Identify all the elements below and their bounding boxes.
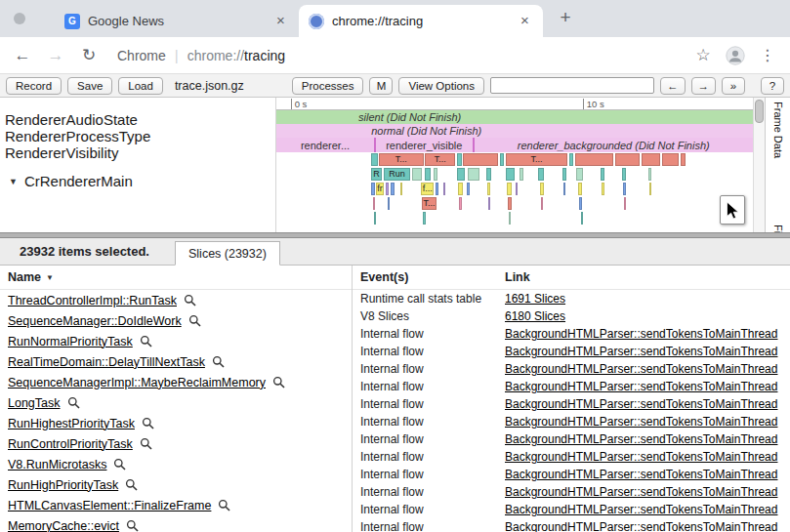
event-link[interactable]: BackgroundHTMLParser::sendTokensToMainTh… xyxy=(505,415,782,429)
trace-slice[interactable] xyxy=(540,183,543,195)
magnifier-icon[interactable] xyxy=(142,417,154,430)
slice-name-link[interactable]: RealTimeDomain::DelayTillNextTask xyxy=(8,355,205,369)
trace-slice[interactable] xyxy=(602,183,603,195)
visibility-track-bar[interactable]: renderer...renderer_visiblerenderer_back… xyxy=(276,138,753,152)
trace-slice[interactable] xyxy=(508,197,512,210)
trace-slice[interactable] xyxy=(538,168,544,181)
trace-slice[interactable] xyxy=(423,212,425,225)
event-link[interactable]: 1691 Slices xyxy=(505,292,782,306)
timeline-view[interactable]: 0 s10 s silent (Did Not Finish) normal (… xyxy=(276,98,753,232)
trace-slice[interactable] xyxy=(386,183,389,195)
trace-slice[interactable] xyxy=(541,197,543,210)
magnifier-icon[interactable] xyxy=(140,335,152,348)
bookmark-star-icon[interactable]: ☆ xyxy=(692,45,714,65)
slice-name-link[interactable]: HTMLCanvasElement::FinalizeFrame xyxy=(8,499,211,512)
slice-name-link[interactable]: V8.RunMicrotasks xyxy=(8,458,106,471)
event-link[interactable]: BackgroundHTMLParser::sendTokensToMainTh… xyxy=(505,450,782,464)
frame-data-tab[interactable]: Frame Data xyxy=(772,102,784,158)
visibility-segment[interactable]: renderer_visible xyxy=(374,138,474,152)
trace-slice[interactable] xyxy=(371,183,374,195)
timeline-search-input[interactable] xyxy=(490,77,654,94)
slice-name-link[interactable]: MemoryCache::evict xyxy=(8,519,119,532)
trace-slice[interactable] xyxy=(457,168,465,181)
trace-slice[interactable] xyxy=(388,197,390,210)
trace-slice[interactable] xyxy=(458,183,462,195)
record-button[interactable]: Record xyxy=(6,77,62,95)
event-link[interactable]: BackgroundHTMLParser::sendTokensToMainTh… xyxy=(505,345,782,358)
reload-icon[interactable]: ↻ xyxy=(78,45,100,65)
trace-slice[interactable] xyxy=(576,168,583,181)
trace-slice[interactable] xyxy=(457,153,462,166)
magnifier-icon[interactable] xyxy=(113,458,126,471)
trace-slice[interactable]: Run xyxy=(384,168,409,181)
selection-mode-button[interactable] xyxy=(720,195,745,225)
trace-slice[interactable] xyxy=(569,153,572,166)
visibility-segment[interactable]: renderer_backgrounded (Did Not Finish) xyxy=(475,138,753,152)
trace-slice[interactable] xyxy=(516,183,518,195)
track-label-renderer-visibility[interactable]: RendererVisibility xyxy=(5,144,275,161)
event-link[interactable]: BackgroundHTMLParser::sendTokensToMainTh… xyxy=(505,397,782,411)
trace-slice[interactable]: f... xyxy=(421,183,434,195)
trace-slice[interactable] xyxy=(467,183,469,195)
trace-slice[interactable] xyxy=(601,168,604,181)
view-options-button[interactable]: View Options xyxy=(398,77,484,95)
trace-slice[interactable]: fr xyxy=(376,183,385,195)
trace-slice[interactable] xyxy=(575,153,613,166)
thread-label-crrenderermain[interactable]: ▼ CrRendererMain xyxy=(5,173,275,189)
profile-avatar-icon[interactable] xyxy=(726,46,745,65)
trace-slice[interactable] xyxy=(615,153,639,166)
load-button[interactable]: Load xyxy=(118,77,163,95)
save-button[interactable]: Save xyxy=(67,77,112,95)
trace-slice[interactable] xyxy=(649,183,651,195)
scrollbar-thumb[interactable] xyxy=(755,100,764,123)
slices-tab[interactable]: Slices (23932) xyxy=(175,241,280,266)
omnibox[interactable]: Chrome | chrome://tracing xyxy=(111,47,681,63)
trace-slice[interactable] xyxy=(562,168,566,181)
event-link[interactable]: BackgroundHTMLParser::sendTokensToMainTh… xyxy=(505,520,782,532)
trace-slice[interactable] xyxy=(642,153,661,166)
event-link[interactable]: BackgroundHTMLParser::sendTokensToMainTh… xyxy=(505,432,782,446)
magnifier-icon[interactable] xyxy=(126,519,139,532)
trace-slice[interactable] xyxy=(463,153,498,166)
magnifier-icon[interactable] xyxy=(218,499,230,512)
slice-name-link[interactable]: RunHighestPriorityTask xyxy=(8,417,135,430)
trace-slice[interactable] xyxy=(578,183,582,195)
trace-slice[interactable] xyxy=(509,212,511,225)
trace-slice[interactable] xyxy=(622,168,626,181)
tab-google-news[interactable]: G Google News × xyxy=(55,5,299,37)
magnifier-icon[interactable] xyxy=(188,314,201,327)
event-link[interactable]: BackgroundHTMLParser::sendTokensToMainTh… xyxy=(505,380,782,393)
metrics-button[interactable]: M xyxy=(369,77,393,95)
slice-name-link[interactable]: SequenceManager::DoIdleWork xyxy=(8,314,182,328)
forward-icon[interactable]: → xyxy=(45,46,66,65)
trace-slice[interactable] xyxy=(662,153,679,166)
trace-slice[interactable] xyxy=(373,197,375,210)
trace-slice[interactable] xyxy=(400,183,402,195)
tab-close-icon[interactable]: × xyxy=(272,13,289,29)
magnifier-icon[interactable] xyxy=(184,294,196,307)
trace-slice[interactable] xyxy=(488,197,490,210)
expand-collapse-button[interactable]: » xyxy=(722,77,745,95)
track-label-renderer-audio-state[interactable]: RendererAudioState xyxy=(5,111,275,128)
process-type-track-bar[interactable]: normal (Did Not Finish) xyxy=(276,124,753,138)
trace-slice[interactable] xyxy=(436,183,438,195)
trace-slice[interactable] xyxy=(681,153,686,166)
trace-slice[interactable] xyxy=(500,153,504,166)
magnifier-icon[interactable] xyxy=(125,478,138,491)
trace-slice[interactable]: T... xyxy=(425,153,455,166)
trace-slice[interactable] xyxy=(648,168,651,181)
trace-slice[interactable] xyxy=(374,212,376,225)
trace-slice[interactable] xyxy=(520,168,523,181)
trace-slice[interactable] xyxy=(487,183,490,195)
audio-state-track-bar[interactable]: silent (Did Not Finish) xyxy=(276,110,753,124)
trace-slice[interactable] xyxy=(468,168,479,181)
event-link[interactable]: BackgroundHTMLParser::sendTokensToMainTh… xyxy=(505,468,782,481)
name-column-header[interactable]: Name ▼ xyxy=(0,266,352,290)
trace-slice[interactable] xyxy=(623,183,626,195)
trace-slice[interactable]: T... xyxy=(379,153,424,166)
track-label-renderer-process-type[interactable]: RendererProcessType xyxy=(5,128,275,144)
trace-slice[interactable]: T... xyxy=(506,153,566,166)
magnifier-icon[interactable] xyxy=(67,396,80,409)
trace-slice[interactable] xyxy=(412,168,422,181)
magnifier-icon[interactable] xyxy=(212,355,225,368)
